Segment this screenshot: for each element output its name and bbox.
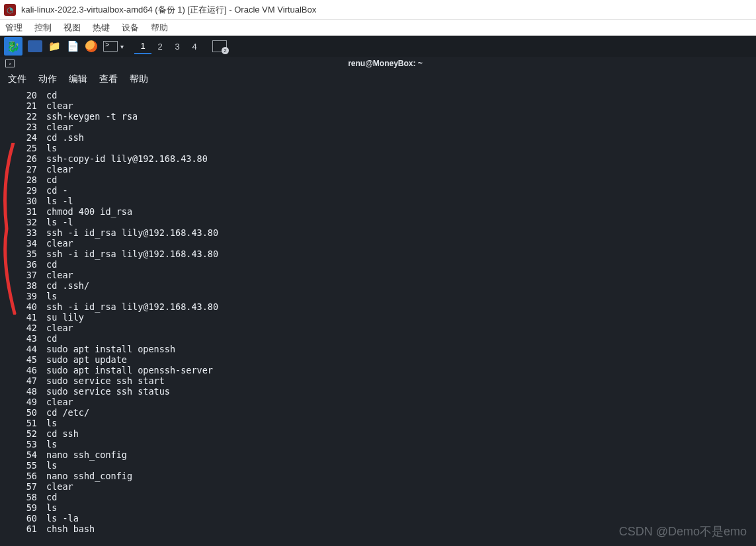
history-command: ssh-keygen -t rsa <box>46 111 138 122</box>
history-line-number: 22 <box>19 111 37 122</box>
history-line: 44sudo apt install openssh <box>19 344 756 354</box>
history-line: 49clear <box>19 397 756 407</box>
firefox-icon[interactable] <box>82 37 101 56</box>
history-line-number: 28 <box>19 175 37 185</box>
file-manager-icon[interactable]: 📁 <box>45 37 63 56</box>
history-command: clear <box>46 238 73 249</box>
history-line-number: 59 <box>19 502 37 513</box>
history-line-number: 48 <box>19 386 37 397</box>
screen-record-icon[interactable]: 2 <box>212 40 227 52</box>
history-command: sudo service ssh status <box>46 386 170 397</box>
history-command: clear <box>46 481 73 492</box>
history-command: nano sshd_config <box>46 471 132 481</box>
history-command: clear <box>46 122 73 132</box>
history-line: 29cd - <box>19 185 756 196</box>
history-line-number: 56 <box>19 471 37 481</box>
history-line-number: 42 <box>19 323 37 333</box>
vbox-title-bar: kali-linux-2022.3-virtualbox-amd64 (备份 1… <box>0 0 756 20</box>
history-command: clear <box>46 100 73 111</box>
virtualbox-logo-icon <box>4 4 16 16</box>
history-command: clear <box>46 323 73 333</box>
history-line-number: 45 <box>19 354 37 365</box>
vbox-menu-bar: 管理 控制 视图 热键 设备 帮助 <box>0 20 756 36</box>
history-command: cd <box>46 259 57 270</box>
history-line: 55ls <box>19 460 756 471</box>
history-command: ssh -i id_rsa lily@192.168.43.80 <box>46 227 218 238</box>
history-command: chsh bash <box>46 524 95 534</box>
history-line-number: 37 <box>19 270 37 280</box>
history-line: 38cd .ssh/ <box>19 280 756 291</box>
history-line: 27clear <box>19 164 756 175</box>
history-line: 35ssh -i id_rsa lily@192.168.43.80 <box>19 249 756 259</box>
history-command: cd - <box>46 185 68 196</box>
terminal-menu-help[interactable]: 帮助 <box>130 73 148 85</box>
terminal-menu-edit[interactable]: 编辑 <box>69 73 87 85</box>
history-command: ls <box>46 460 57 471</box>
terminal-title: renu@MoneyBox: ~ <box>20 59 751 68</box>
history-line: 23clear <box>19 122 756 132</box>
history-line: 30ls -l <box>19 196 756 206</box>
history-line-number: 41 <box>19 312 37 323</box>
terminal-menu-action[interactable]: 动作 <box>38 73 57 85</box>
history-line: 45sudo apt update <box>19 354 756 365</box>
show-desktop-icon[interactable] <box>28 40 42 52</box>
history-line-number: 58 <box>19 492 37 502</box>
history-line-number: 57 <box>19 481 37 492</box>
history-line: 61chsh bash <box>19 524 756 534</box>
text-editor-icon[interactable]: 📄 <box>63 37 82 56</box>
history-command: cd ssh <box>46 428 79 439</box>
terminal-body[interactable]: 20cd21clear22ssh-keygen -t rsa23clear24c… <box>0 89 756 534</box>
history-line-number: 23 <box>19 122 37 132</box>
history-line: 52cd ssh <box>19 428 756 439</box>
history-line-number: 31 <box>19 206 37 217</box>
history-line: 34clear <box>19 238 756 249</box>
history-command: nano ssh_config <box>46 449 127 460</box>
history-line-number: 60 <box>19 513 37 524</box>
vbox-menu-devices[interactable]: 设备 <box>122 22 139 34</box>
history-line-number: 33 <box>19 227 37 238</box>
history-line-number: 20 <box>19 90 37 100</box>
vbox-menu-help[interactable]: 帮助 <box>151 22 168 34</box>
history-line-number: 49 <box>19 397 37 407</box>
history-line: 33ssh -i id_rsa lily@192.168.43.80 <box>19 227 756 238</box>
history-line-number: 29 <box>19 185 37 196</box>
record-badge: 2 <box>222 47 229 54</box>
history-line-number: 25 <box>19 143 37 153</box>
history-command: ls -l <box>46 196 73 206</box>
vbox-menu-manage[interactable]: 管理 <box>5 22 22 34</box>
vbox-menu-hotkey[interactable]: 热键 <box>93 22 110 34</box>
vbox-menu-view[interactable]: 视图 <box>63 22 81 34</box>
history-line-number: 54 <box>19 449 37 460</box>
workspace-4[interactable]: 4 <box>186 38 203 54</box>
history-command: sudo apt install openssh-server <box>46 365 213 375</box>
history-line-number: 32 <box>19 217 37 227</box>
history-line-number: 36 <box>19 259 37 270</box>
workspace-2[interactable]: 2 <box>151 38 169 54</box>
history-line-number: 26 <box>19 153 37 164</box>
history-command: cd /etc/ <box>46 407 89 418</box>
history-line-number: 44 <box>19 344 37 354</box>
terminal-menu-view[interactable]: 查看 <box>99 73 118 85</box>
history-command: sudo service ssh start <box>46 375 165 386</box>
history-line-number: 52 <box>19 428 37 439</box>
history-line-number: 35 <box>19 249 37 259</box>
history-line: 41su lily <box>19 312 756 323</box>
history-line-number: 43 <box>19 333 37 344</box>
kali-menu-icon[interactable]: 🐉 <box>4 37 22 56</box>
history-command: ls <box>46 291 57 301</box>
workspace-3[interactable]: 3 <box>169 38 186 54</box>
terminal-launcher-chevron-icon[interactable]: ▾ <box>120 37 128 56</box>
history-line-number: 61 <box>19 524 37 534</box>
history-command: chmod 400 id_rsa <box>46 206 132 217</box>
history-command: cd <box>46 333 57 344</box>
workspace-1[interactable]: 1 <box>134 38 151 54</box>
terminal-launcher-icon[interactable] <box>101 37 120 56</box>
history-line-number: 53 <box>19 439 37 449</box>
history-line: 21clear <box>19 100 756 111</box>
history-line-number: 40 <box>19 301 37 312</box>
vbox-menu-control[interactable]: 控制 <box>34 22 52 34</box>
history-line: 40ssh -i id_rsa lily@192.168.43.80 <box>19 301 756 312</box>
history-line: 42clear <box>19 323 756 333</box>
history-line-number: 47 <box>19 375 37 386</box>
terminal-menu-file[interactable]: 文件 <box>8 73 26 85</box>
